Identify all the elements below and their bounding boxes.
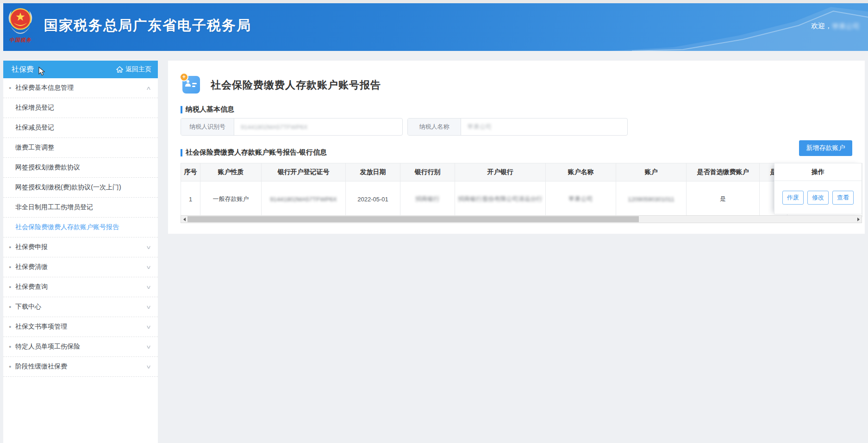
bullet-icon: ● xyxy=(9,86,15,90)
add-deposit-account-button[interactable]: 新增存款账户 xyxy=(799,140,852,156)
bullet-icon: ● xyxy=(9,245,15,250)
table-horizontal-scrollbar[interactable] xyxy=(181,215,862,223)
scroll-right-arrow-icon[interactable] xyxy=(855,216,862,223)
scrollbar-thumb[interactable] xyxy=(187,216,639,222)
chevron-down-icon: ∨ xyxy=(146,284,151,290)
cell-seq: 1 xyxy=(181,181,200,217)
col-bank-reg-cert-no: 银行开户登记证号 xyxy=(262,163,346,181)
col-bank-category: 银行行别 xyxy=(400,163,455,181)
modify-button[interactable]: 修改 xyxy=(807,191,829,205)
back-home-link[interactable]: 返回主页 xyxy=(116,65,151,74)
chevron-down-icon: ∨ xyxy=(146,264,151,270)
col-is-preferred: 是否首选缴费账户 xyxy=(687,163,760,181)
chevron-up-icon: ∧ xyxy=(146,85,151,91)
cell-is-preferred: 是 xyxy=(687,181,760,217)
chevron-down-icon: ∨ xyxy=(146,364,151,370)
sidebar-item-download-center[interactable]: ● 下载中心 ∨ xyxy=(3,297,158,317)
cell-bank-reg-cert-no: 91441802MA57TFWP6X xyxy=(262,181,346,217)
col-seq: 序号 xyxy=(181,163,200,181)
chevron-down-icon: ∨ xyxy=(146,244,151,250)
logged-in-company-name: 苹果公司 xyxy=(832,22,860,31)
sidebar-item-fee-query[interactable]: ● 社保费查询 ∨ xyxy=(3,277,158,297)
bullet-icon: ● xyxy=(9,285,15,289)
cell-bank-category: 招商银行 xyxy=(400,181,455,217)
bullet-icon: ● xyxy=(9,364,15,369)
site-title: 国家税务总局广东省电子税务局 xyxy=(44,16,251,35)
sidebar-item-fee-declare[interactable]: ● 社保费申报 ∨ xyxy=(3,237,158,257)
sidebar-item-document-management[interactable]: ● 社保文书事项管理 ∨ xyxy=(3,317,158,337)
sidebar-item-special-injury-insurance[interactable]: ● 特定人员单项工伤保险 ∨ xyxy=(3,337,158,357)
table-header-row: 序号 账户性质 银行开户登记证号 发放日期 银行行别 开户银行 账户名称 账户 … xyxy=(181,163,862,181)
sidebar-title: 社保费 xyxy=(12,65,34,75)
bullet-icon: ● xyxy=(9,265,15,269)
operations-buttons: 作废 修改 查看 xyxy=(774,181,862,214)
section-bar xyxy=(181,149,182,156)
bank-info-section-header: 社会保险费缴费人存款账户账号报告-银行信息 xyxy=(181,148,327,157)
bullet-icon: ● xyxy=(9,324,15,329)
cell-account-no: 12090590301011 xyxy=(616,181,687,217)
sidebar-item-deposit-account-report[interactable]: 社会保险费缴费人存款账户账号报告 xyxy=(3,218,158,237)
home-icon xyxy=(116,66,123,73)
top-banner: 中国税务 国家税务总局广东省电子税务局 欢迎，苹果公司 xyxy=(3,3,868,51)
sidebar-item-wage-adjust[interactable]: 缴费工资调整 xyxy=(3,138,158,158)
sidebar-item-remove-member[interactable]: 社保减员登记 xyxy=(3,118,158,138)
taxpayer-id-label: 纳税人识别号 xyxy=(181,119,234,135)
welcome-message: 欢迎，苹果公司 xyxy=(811,22,860,31)
col-issue-date: 发放日期 xyxy=(346,163,400,181)
plus-badge-icon: + xyxy=(180,73,188,81)
account-report-icon: + xyxy=(182,76,200,94)
emblem-caption: 中国税务 xyxy=(6,37,35,44)
view-button[interactable]: 查看 xyxy=(832,191,854,205)
sidebar-item-parttime-injury-register[interactable]: 非全日制用工工伤增员登记 xyxy=(3,198,158,218)
operations-header: 操作 xyxy=(774,163,862,181)
col-account-nature: 账户性质 xyxy=(200,163,262,181)
scroll-left-arrow-icon[interactable] xyxy=(181,216,187,223)
tax-emblem-icon xyxy=(6,6,35,36)
bullet-icon: ● xyxy=(9,344,15,349)
sidebar-item-online-sign-fee-agreement[interactable]: 网签授权划缴费款协议 xyxy=(3,158,158,178)
section-bar xyxy=(181,106,182,113)
taxpayer-id-field: 纳税人识别号 91441802MA57TFWP6X xyxy=(181,118,403,136)
sidebar-item-online-sign-tax-agreement[interactable]: 网签授权划缴税(费)款协议(一次上门) xyxy=(3,178,158,198)
page: 中国税务 国家税务总局广东省电子税务局 欢迎，苹果公司 社保费 返回主页 ● 社… xyxy=(0,0,868,443)
taxpayer-id-value[interactable]: 91441802MA57TFWP6X xyxy=(234,119,402,135)
operations-fixed-column: 操作 作废 修改 查看 xyxy=(774,163,862,214)
sidebar-item-add-member[interactable]: 社保增员登记 xyxy=(3,98,158,118)
chevron-down-icon: ∨ xyxy=(146,344,151,350)
page-title: 社会保险费缴费人存款账户账号报告 xyxy=(211,78,381,92)
taxpayer-name-label: 纳税人名称 xyxy=(408,119,461,135)
cell-issue-date: 2022-05-01 xyxy=(346,181,400,217)
cell-account-nature: 一般存款账户 xyxy=(200,181,262,217)
bullet-icon: ● xyxy=(9,305,15,309)
col-account-no: 账户 xyxy=(616,163,687,181)
chevron-down-icon: ∨ xyxy=(146,304,151,310)
sidebar-header: 社保费 返回主页 xyxy=(3,61,158,78)
sidebar-item-social-fee-basic-info[interactable]: ● 社保费基本信息管理 ∧ xyxy=(3,78,158,98)
chevron-down-icon: ∨ xyxy=(146,324,151,330)
window-edge-strip xyxy=(0,0,868,3)
main-content: + 社会保险费缴费人存款账户账号报告 纳税人基本信息 纳税人识别号 914418… xyxy=(168,61,865,234)
taxpayer-name-field: 纳税人名称 苹果公司 xyxy=(407,118,628,136)
col-account-name: 账户名称 xyxy=(546,163,616,181)
welcome-prefix: 欢迎， xyxy=(811,22,832,30)
cell-opening-bank: 招商银行股份有限公司清远分行 xyxy=(455,181,546,217)
bank-accounts-table: 序号 账户性质 银行开户登记证号 发放日期 银行行别 开户银行 账户名称 账户 … xyxy=(181,163,862,217)
taxpayer-info-section-header: 纳税人基本信息 xyxy=(181,105,234,114)
sidebar-menu: ● 社保费基本信息管理 ∧ 社保增员登记 社保减员登记 缴费工资调整 网签授权划… xyxy=(3,78,158,377)
void-button[interactable]: 作废 xyxy=(782,191,804,205)
sidebar: 社保费 返回主页 ● 社保费基本信息管理 ∧ 社保增员登记 社保减员登记 xyxy=(3,61,158,443)
back-home-label: 返回主页 xyxy=(125,65,151,74)
tax-bureau-emblem: 中国税务 xyxy=(6,6,35,50)
table-row: 1 一般存款账户 91441802MA57TFWP6X 2022-05-01 招… xyxy=(181,181,862,217)
mouse-cursor-icon xyxy=(38,67,45,76)
sidebar-item-fee-settle[interactable]: ● 社保费清缴 ∨ xyxy=(3,257,158,277)
taxpayer-name-value[interactable]: 苹果公司 xyxy=(461,119,627,135)
cell-account-name: 苹果公司 xyxy=(546,181,616,217)
taxpayer-info-form: 纳税人识别号 91441802MA57TFWP6X 纳税人名称 苹果公司 xyxy=(181,118,628,136)
sidebar-item-staged-deferred-fee[interactable]: ● 阶段性缓缴社保费 ∨ xyxy=(3,357,158,377)
great-wall-background xyxy=(414,3,868,51)
col-opening-bank: 开户银行 xyxy=(455,163,546,181)
